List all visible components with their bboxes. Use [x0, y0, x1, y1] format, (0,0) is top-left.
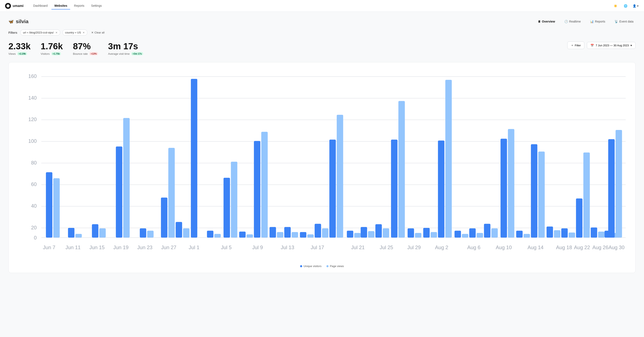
- svg-rect-85: [598, 232, 604, 238]
- svg-rect-32: [191, 79, 198, 238]
- svg-rect-48: [314, 224, 321, 238]
- eventdata-icon: 📡: [614, 20, 618, 23]
- globe-icon[interactable]: 🌐: [622, 2, 629, 9]
- svg-rect-42: [270, 227, 276, 238]
- svg-text:Jul 21: Jul 21: [351, 245, 364, 250]
- svg-text:Jul 5: Jul 5: [221, 245, 232, 250]
- svg-rect-28: [161, 198, 168, 238]
- svg-rect-77: [538, 152, 545, 238]
- site-nav-realtime[interactable]: 🕐 Realtime: [562, 18, 583, 24]
- stat-avgvisit-value: 3m 17s: [108, 41, 143, 51]
- site-name: silvia: [16, 18, 28, 24]
- filter-url-remove[interactable]: ✕: [56, 31, 58, 34]
- filter-country-remove[interactable]: ✕: [82, 31, 85, 34]
- svg-rect-63: [430, 232, 437, 238]
- filter-btn-label: Filter: [575, 44, 581, 47]
- svg-rect-47: [307, 234, 314, 238]
- stat-views-label-row: Views +2.29k: [8, 52, 30, 55]
- svg-text:Jun 7: Jun 7: [43, 245, 56, 250]
- site-icon: 🦋: [8, 19, 14, 24]
- svg-text:Aug 10: Aug 10: [496, 245, 512, 250]
- legend-page-views: Page views: [326, 265, 344, 268]
- stat-avgvisit-label-row: Average visit time +3m 17s: [108, 52, 143, 55]
- svg-text:0: 0: [34, 235, 37, 241]
- stat-views-badge: +2.29k: [17, 52, 27, 55]
- theme-toggle-icon[interactable]: ☀️: [612, 2, 619, 9]
- chart-svg: 0 20 40 60 80 100 120 140 160: [14, 67, 630, 261]
- svg-rect-81: [568, 233, 575, 238]
- svg-text:Jun 19: Jun 19: [113, 245, 128, 250]
- svg-rect-22: [92, 224, 98, 238]
- svg-text:Aug 6: Aug 6: [467, 245, 480, 250]
- svg-rect-24: [116, 147, 122, 238]
- svg-rect-66: [454, 231, 461, 238]
- svg-rect-26: [140, 228, 146, 238]
- reports-label: Reports: [595, 20, 605, 23]
- site-nav-reports[interactable]: 📊 Reports: [588, 18, 607, 24]
- svg-text:Jul 9: Jul 9: [252, 245, 263, 250]
- svg-rect-23: [99, 228, 106, 238]
- svg-rect-84: [591, 228, 597, 238]
- stat-visitors-label: Visitors: [41, 52, 50, 55]
- brand-name: umami: [13, 4, 24, 8]
- clear-all-button[interactable]: ✕ Clear all: [90, 30, 106, 35]
- svg-rect-34: [207, 231, 214, 238]
- user-menu-icon[interactable]: 👤 ▾: [632, 2, 639, 9]
- svg-rect-79: [554, 230, 560, 238]
- svg-rect-88: [608, 139, 615, 238]
- svg-rect-27: [147, 231, 154, 238]
- stat-views-value: 2.33k: [8, 41, 30, 51]
- svg-text:Aug 18: Aug 18: [556, 245, 572, 250]
- eventdata-label: Event data: [619, 20, 634, 23]
- svg-text:Jun 23: Jun 23: [137, 245, 152, 250]
- nav-reports[interactable]: Reports: [71, 2, 87, 9]
- svg-rect-82: [576, 199, 582, 238]
- chart-container: 0 20 40 60 80 100 120 140 160: [8, 62, 636, 273]
- svg-rect-65: [445, 80, 452, 238]
- svg-rect-67: [462, 234, 468, 238]
- date-range-button[interactable]: 📅 7 Jun 2023 — 30 Aug 2023 ▾: [587, 42, 636, 49]
- svg-rect-25: [123, 118, 130, 238]
- svg-text:20: 20: [31, 225, 37, 230]
- svg-rect-37: [231, 162, 238, 238]
- svg-rect-39: [246, 234, 253, 238]
- svg-text:60: 60: [31, 182, 37, 187]
- svg-rect-40: [254, 141, 260, 238]
- reports-icon: 📊: [590, 20, 594, 23]
- svg-rect-70: [484, 224, 490, 238]
- chevron-down-icon: ▾: [630, 44, 632, 47]
- svg-rect-76: [531, 144, 537, 238]
- nav-websites[interactable]: Websites: [52, 2, 70, 9]
- svg-text:120: 120: [28, 117, 37, 122]
- nav-settings[interactable]: Settings: [88, 2, 105, 9]
- stat-avgvisit: 3m 17s Average visit time +3m 17s: [108, 41, 143, 55]
- chart-area: 0 20 40 60 80 100 120 140 160: [14, 67, 630, 261]
- svg-rect-83: [583, 152, 590, 238]
- svg-rect-58: [391, 140, 398, 238]
- stat-views: 2.33k Views +2.29k: [8, 41, 30, 55]
- svg-rect-35: [214, 234, 221, 238]
- site-nav-overview[interactable]: 🖥 Overview: [536, 18, 557, 24]
- svg-text:Jun 15: Jun 15: [89, 245, 104, 250]
- clear-all-label: Clear all: [94, 31, 104, 34]
- add-filter-button[interactable]: ＋ Filter: [567, 41, 584, 49]
- stat-visitors: 1.76k Visitors +1.75k: [41, 41, 63, 55]
- svg-rect-38: [239, 232, 246, 238]
- svg-text:Aug 22: Aug 22: [574, 245, 590, 250]
- chart-legend: Unique visitors Page views: [14, 265, 630, 268]
- brand-logo: [5, 3, 11, 9]
- site-nav-eventdata[interactable]: 📡 Event data: [612, 18, 636, 24]
- calendar-icon: 📅: [590, 44, 594, 47]
- nav-dashboard[interactable]: Dashboard: [30, 2, 51, 9]
- svg-rect-18: [46, 172, 52, 238]
- svg-rect-52: [347, 231, 354, 238]
- svg-rect-62: [423, 228, 430, 238]
- stat-bounce-label: Bounce rate: [73, 52, 88, 55]
- svg-rect-36: [224, 178, 230, 238]
- nav-links: Dashboard Websites Reports Settings: [30, 2, 105, 9]
- svg-rect-74: [516, 231, 522, 238]
- svg-text:Aug 14: Aug 14: [528, 245, 544, 250]
- date-range-label: 7 Jun 2023 — 30 Aug 2023: [596, 44, 629, 47]
- svg-rect-45: [292, 232, 298, 238]
- svg-rect-43: [277, 232, 284, 238]
